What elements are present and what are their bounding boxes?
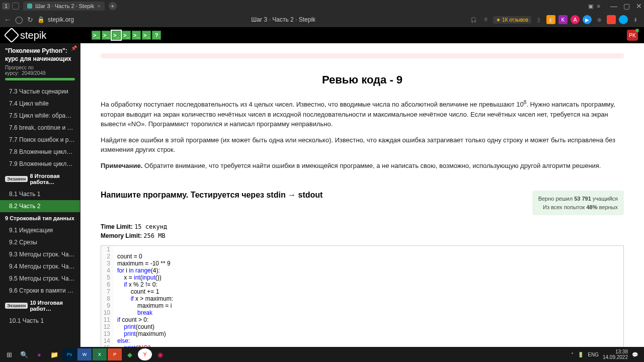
reload-icon[interactable]: ↻	[27, 16, 33, 24]
step-2[interactable]: >_	[102, 31, 111, 40]
sidebar-item[interactable]: 7.3 Частые сценарии	[0, 85, 80, 98]
new-window-icon[interactable]	[12, 3, 19, 10]
menu-icon[interactable]: ≡	[597, 3, 600, 9]
sidebar-item[interactable]: 8.1 Часть 1	[0, 188, 80, 200]
app-topbar: stepik >_ >_ >_ >_ >_ >_ ? PK	[0, 27, 644, 43]
clock[interactable]: 13:38 14.09.2022	[603, 349, 628, 360]
step-3[interactable]: >_	[112, 31, 121, 40]
time-limit: Time Limit: 15 секунд	[101, 223, 624, 230]
language-indicator[interactable]: ENG	[588, 352, 599, 357]
address-bar: ← ◯ ↻ 🔒 stepik.org Шаг 3 · Часть 2 · Ste…	[0, 12, 644, 27]
alert-banner	[101, 53, 624, 58]
explorer-icon[interactable]: 📁	[47, 348, 61, 360]
section-9-header[interactable]: 9 Строковый тип данных	[0, 212, 80, 224]
progress-label: Прогресс по курсу: 2049/2049	[0, 65, 80, 78]
reviews-badge[interactable]: ★ 1К отзывов	[493, 16, 531, 24]
close-tab-icon[interactable]: ×	[97, 3, 100, 9]
back-icon[interactable]: ←	[4, 16, 11, 24]
sidebar-item[interactable]: 8.2 Часть 2	[0, 200, 80, 212]
problem-para-2: Найдите все ошибки в этой программе (их …	[101, 135, 624, 155]
start-icon[interactable]: ⊞	[2, 348, 16, 360]
tab-title: Шаг 3 · Часть 2 · Stepik	[35, 3, 94, 9]
pin-icon[interactable]: 📌	[71, 45, 77, 51]
user-avatar[interactable]: PK	[627, 30, 638, 41]
logo-text: stepik	[20, 30, 46, 41]
powerpoint-icon[interactable]: P	[108, 348, 122, 360]
ext-2-icon[interactable]: K	[558, 15, 568, 24]
tab-count[interactable]: 1	[2, 3, 10, 10]
lock-icon: 🔒	[37, 16, 45, 23]
close-window-icon[interactable]: ✕	[636, 2, 642, 10]
ext-4-icon[interactable]: ▶	[583, 15, 592, 24]
progress-bar	[5, 78, 75, 80]
page-title: Шаг 3 · Часть 2 · Stepik	[102, 16, 465, 23]
sidebar-item[interactable]: 9.2 Срезы	[0, 236, 80, 248]
url-field[interactable]: 🔒 stepik.org	[37, 16, 98, 23]
sidebar-toggle-icon[interactable]: ▣	[588, 3, 593, 10]
downloads-icon[interactable]: ⬇	[631, 15, 640, 24]
photoshop-icon[interactable]: Ps	[62, 348, 76, 360]
translate-icon[interactable]: ⠿	[481, 15, 490, 24]
step-nav: >_ >_ >_ >_ >_ >_ ?	[92, 31, 161, 40]
sidebar-item[interactable]: 10.1 Часть 1	[0, 315, 80, 327]
app-2-icon[interactable]: ◆	[123, 348, 137, 360]
step-6[interactable]: >_	[142, 31, 151, 40]
new-tab-icon[interactable]: +	[109, 2, 117, 10]
ext-1-icon[interactable]: ◧	[546, 15, 555, 24]
sidebar-item[interactable]: 9.4 Методы строк. Часть 2	[0, 260, 80, 273]
sidebar-item[interactable]: 7.8 Вложенные циклы. Ча…	[0, 146, 80, 158]
minimize-icon[interactable]: —	[610, 2, 617, 10]
ext-7-icon[interactable]	[619, 15, 628, 24]
code-editor[interactable]: 12count = 03maximum = -10 ** 94for i in …	[101, 245, 624, 352]
bookmark-icon[interactable]: ▯	[534, 15, 543, 24]
sidebar-item[interactable]: 7.6 break, continue и else	[0, 122, 80, 134]
logo[interactable]: stepik	[6, 30, 46, 41]
sidebar-item[interactable]: 7.5 Цикл while: обработка …	[0, 110, 80, 122]
ext-6-icon[interactable]	[607, 15, 616, 24]
step-4[interactable]: >_	[122, 31, 131, 40]
browser-titlebar: 1 Шаг 3 · Часть 2 · Stepik × + ▣ ≡ — ▢ ✕	[0, 0, 644, 12]
app-1-icon[interactable]: ●	[32, 348, 46, 360]
battery-icon[interactable]: 🔋	[578, 352, 584, 357]
windows-taskbar: ⊞ 🔍 ● 📁 Ps W X P ◆ Y ◉ ˄ 🔋 ENG 13:38 14.…	[0, 347, 644, 362]
step-5[interactable]: >_	[132, 31, 141, 40]
sidebar-item[interactable]: 9.1 Индексация	[0, 224, 80, 236]
sidebar-item[interactable]: 9.5 Методы строк. Часть 3	[0, 273, 80, 285]
ext-3-icon[interactable]: A	[571, 15, 580, 24]
sidebar: 📌 "Поколение Python": курс для начинающи…	[0, 43, 80, 362]
sidebar-item[interactable]: 7.9 Вложенные циклы. Ча…	[0, 158, 80, 170]
maximize-icon[interactable]: ▢	[623, 2, 630, 10]
problem-note: Примечание. Обратите внимание, что требу…	[101, 161, 624, 171]
yandex-icon[interactable]: Y	[138, 348, 152, 360]
step-1[interactable]: >_	[92, 31, 101, 40]
url-text: stepik.org	[48, 16, 74, 23]
exam-badge: Экзамен	[5, 176, 28, 182]
shield-icon[interactable]: ◯	[15, 16, 23, 24]
headphones-icon[interactable]: 🎧	[469, 15, 478, 24]
logo-icon	[4, 27, 19, 43]
sidebar-item[interactable]: 7.7 Поиск ошибок и ревью…	[0, 134, 80, 146]
notifications-icon[interactable]: 💬	[632, 352, 638, 357]
content-area: Ревью кода - 9 На обработку поступает по…	[80, 43, 644, 362]
stats-box: Верно решил 53 791 учащийся Из всех попы…	[532, 191, 624, 215]
course-title: "Поколение Python": курс для начинающих	[0, 43, 80, 65]
section-10-header[interactable]: Экзамен 10 Итоговая работ…	[0, 297, 80, 315]
sidebar-item[interactable]: 9.6 Строки в памяти комп…	[0, 285, 80, 297]
favicon-icon	[27, 4, 32, 9]
lesson-title: Ревью кода - 9	[101, 73, 624, 86]
section-8-header[interactable]: Экзамен 8 Итоговая работа…	[0, 170, 80, 188]
ext-5-icon[interactable]: ⊕	[595, 15, 604, 24]
app-3-icon[interactable]: ◉	[153, 348, 167, 360]
memory-limit: Memory Limit: 256 MB	[101, 232, 624, 239]
step-7[interactable]: ?	[152, 31, 161, 40]
search-icon[interactable]: 🔍	[17, 348, 31, 360]
tray-chevron-icon[interactable]: ˄	[571, 352, 574, 357]
task-title: Напишите программу. Тестируется через st…	[101, 191, 323, 200]
browser-tab[interactable]: Шаг 3 · Часть 2 · Stepik ×	[23, 2, 105, 11]
word-icon[interactable]: W	[77, 348, 92, 360]
excel-icon[interactable]: X	[93, 348, 107, 360]
sidebar-item[interactable]: 7.4 Цикл while	[0, 98, 80, 110]
problem-para-1: На обработку поступает последовательност…	[101, 99, 624, 129]
sidebar-item[interactable]: 9.3 Методы строк. Часть 1	[0, 248, 80, 260]
exam-badge: Экзамен	[5, 303, 28, 309]
